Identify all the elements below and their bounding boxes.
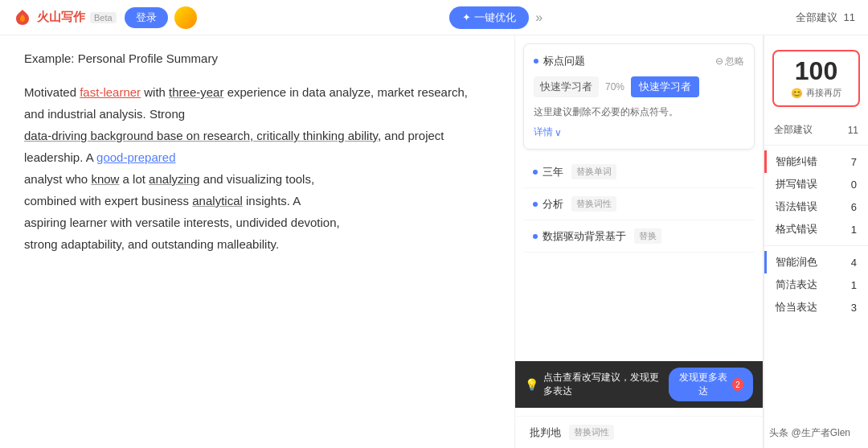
navbar-center: ✦ 一键优化 » (197, 6, 796, 29)
doc-content: Motivated fast-learner with three-year e… (24, 81, 490, 255)
main-content: Example: Personal Profile Summary Motiva… (0, 35, 868, 448)
sidebar-all-label: 全部建议 (774, 123, 813, 137)
brand-beta-badge: Beta (90, 12, 117, 23)
suggestion-item-three-year[interactable]: 三年 替换单词 (523, 156, 755, 188)
item-tag-three: 替换单词 (571, 164, 616, 179)
card-word-row: 快速学习者 70% 快速学习者 (534, 76, 744, 97)
text-strong: strong adaptability, and outstanding mal… (24, 237, 279, 251)
text-and-visualizing: and visualizing tools, (200, 172, 315, 186)
sidebar-smart-correct-count: 7 (851, 156, 857, 168)
item-tag-analyze: 替换词性 (571, 196, 616, 212)
sidebar-item-smart-polish[interactable]: 智能润色 4 (764, 251, 868, 273)
card-detail-button[interactable]: 详情 ∨ (534, 125, 744, 139)
detail-chevron-icon: ∨ (555, 127, 562, 138)
item-dot-icon (533, 202, 538, 207)
item-dot-icon (533, 234, 538, 239)
sidebar-grammar-count: 6 (851, 201, 857, 213)
item-label-three: 三年 (542, 165, 563, 179)
brand-name: 火山写作 (37, 10, 85, 25)
sidebar-section-all: 全部建议 11 (764, 120, 868, 140)
text-good-prepared: good-prepared (96, 150, 175, 164)
sidebar-item-concise[interactable]: 简洁表达 1 (764, 273, 868, 296)
sidebar-item-smart-correct[interactable]: 智能纠错 7 (764, 150, 868, 173)
score-sub: 😊 再接再厉 (782, 87, 850, 99)
optimize-button[interactable]: ✦ 一键优化 (449, 6, 529, 29)
suggestion-item-analyze[interactable]: 分析 替换词性 (523, 188, 755, 220)
sidebar-item-grammar[interactable]: 语法错误 6 (764, 195, 868, 218)
sidebar-divider-2 (764, 245, 868, 246)
middle-panel: 标点问题 ⊖ 忽略 快速学习者 70% 快速学习者 这里建议删除不必要的标点符号… (514, 35, 764, 448)
brand-logo-icon (13, 8, 32, 27)
score-emoji-icon: 😊 (791, 88, 803, 99)
item-tag-critical: 替换词性 (569, 425, 614, 440)
brand: 火山写作 Beta (13, 8, 117, 27)
sidebar-format-label: 格式错误 (776, 222, 817, 236)
discover-badge: 2 (732, 378, 743, 391)
score-box: 100 😊 再接再厉 (772, 50, 860, 107)
text-combined: combined with expert business (24, 194, 192, 208)
text-analyzing: analyzing (149, 172, 199, 186)
navbar-right: 全部建议 11 (796, 10, 855, 25)
card-header: 标点问题 ⊖ 忽略 (534, 54, 744, 68)
suggestion-item-critical[interactable]: 批判地 替换词性 (515, 416, 763, 448)
card-description: 这里建议删除不必要的标点符号。 (534, 105, 744, 119)
card-dot-icon (534, 59, 538, 64)
editor-panel: Example: Personal Profile Summary Motiva… (0, 35, 514, 448)
sidebar-smart-correct-label: 智能纠错 (776, 154, 817, 169)
suggestion-item-data-driven[interactable]: 数据驱动背景基于 替换 (523, 220, 755, 253)
item-label-data: 数据驱动背景基于 (542, 229, 626, 244)
sidebar-polish-label: 智能润色 (776, 255, 817, 269)
text-insights: insights. A (243, 194, 301, 208)
card-type: 标点问题 (534, 54, 585, 68)
sidebar-spell-label: 拼写错误 (776, 177, 817, 191)
tooltip-bar: 💡 点击查看改写建议，发现更多表达 发现更多表达 2 (515, 361, 763, 408)
text-know: know (91, 172, 119, 186)
ignore-label: 忽略 (725, 55, 744, 68)
item-label-analyze: 分析 (542, 197, 563, 212)
navbar: 火山写作 Beta 登录 ✦ 一键优化 » 全部建议 11 (0, 0, 868, 35)
doc-title: Example: Personal Profile Summary (24, 51, 490, 65)
text-with: with (141, 85, 169, 99)
original-word: 快速学习者 (534, 76, 599, 97)
suggestion-card-punctuation[interactable]: 标点问题 ⊖ 忽略 快速学习者 70% 快速学习者 这里建议删除不必要的标点符号… (523, 43, 755, 150)
card-type-label: 标点问题 (543, 54, 585, 68)
card-ignore-button[interactable]: ⊖ 忽略 (715, 55, 744, 68)
sidebar-concise-label: 简洁表达 (776, 277, 817, 292)
text-three-year: three-year (169, 85, 223, 99)
avatar[interactable] (174, 6, 197, 29)
sidebar-format-count: 1 (851, 224, 857, 236)
sidebar-divider (764, 145, 868, 146)
tooltip-left: 💡 点击查看改写建议，发现更多表达 (525, 371, 669, 398)
login-button[interactable]: 登录 (125, 7, 168, 28)
text-motivated: Motivated (24, 85, 80, 99)
text-aspiring: aspiring learner with versatile interest… (24, 216, 340, 229)
suggestions-count: 11 (844, 11, 855, 23)
sidebar-item-format[interactable]: 格式错误 1 (764, 218, 868, 240)
detail-label: 详情 (534, 125, 553, 139)
sidebar-grammar-label: 语法错误 (776, 199, 817, 214)
suggestion-word[interactable]: 快速学习者 (631, 76, 699, 97)
score-sub-text: 再接再厉 (806, 87, 841, 99)
text-analyst: analyst who (24, 172, 91, 186)
right-sidebar: 100 😊 再接再厉 全部建议 11 智能纠错 7 拼写错误 0 语法错误 6 … (764, 35, 868, 448)
item-dot-icon (533, 170, 538, 175)
sidebar-appropriate-count: 3 (851, 302, 857, 314)
word-score: 70% (605, 81, 624, 92)
sidebar-concise-count: 1 (851, 279, 857, 291)
item-tag-data: 替换 (634, 228, 661, 244)
item-label-critical: 批判地 (530, 425, 561, 440)
text-data-driving: data-driving background base on research… (24, 129, 378, 142)
ignore-circle-icon: ⊖ (715, 55, 723, 67)
more-button[interactable]: » (535, 10, 542, 25)
text-analytical: analytical (192, 194, 243, 208)
sidebar-all-count: 11 (848, 125, 858, 136)
sidebar-spell-count: 0 (851, 179, 857, 191)
tooltip-text: 点击查看改写建议，发现更多表达 (543, 371, 669, 398)
optimize-star-icon: ✦ (462, 11, 471, 23)
sidebar-appropriate-label: 恰当表达 (776, 300, 817, 314)
discover-label: 发现更多表达 (678, 371, 729, 398)
discover-button[interactable]: 发现更多表达 2 (669, 368, 753, 401)
sidebar-item-appropriate[interactable]: 恰当表达 3 (764, 296, 868, 319)
sidebar-item-spell[interactable]: 拼写错误 0 (764, 173, 868, 195)
text-alot: a lot (119, 172, 149, 186)
